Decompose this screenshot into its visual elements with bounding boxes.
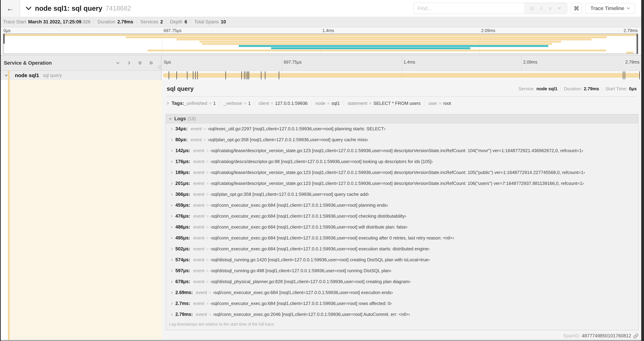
chevron-right-icon <box>170 247 173 251</box>
tag-key: statement <box>348 101 367 106</box>
detail-color-stripe <box>8 80 10 340</box>
log-timestamp: 459μs: <box>175 203 190 208</box>
detail-divider <box>166 96 637 97</box>
expand-all-double-chevron-right-icon[interactable] <box>148 60 154 66</box>
log-row[interactable]: 678μs:event=‹sql/distsql_physical_planne… <box>166 276 638 287</box>
column-resize-grip[interactable] <box>158 65 160 69</box>
find-prev-icon[interactable]: ∧ <box>540 6 543 11</box>
summary-item: Services2 <box>140 19 163 25</box>
timeline-ruler: 0μs697.75μs1.4ms2.09ms2.79ms <box>162 56 641 70</box>
log-marker-tick <box>168 71 169 79</box>
meta-label: Start Time: <box>606 86 627 92</box>
find-next-icon[interactable]: ∨ <box>548 6 552 11</box>
meta-label: Duration: <box>564 86 582 92</box>
chevron-right-icon <box>170 280 173 283</box>
log-timestamp: 201μs: <box>175 181 190 186</box>
minimap-span-bar <box>126 36 606 38</box>
find-match-case-icon[interactable]: ◎ <box>530 6 534 11</box>
log-marker-tick <box>265 71 266 79</box>
time-tick-label: 0μs <box>164 60 171 65</box>
back-button[interactable]: ← <box>1 0 20 17</box>
log-row[interactable]: 495μs:event=‹sql/conn_executor_exec.go:6… <box>166 232 638 243</box>
time-tick-label: 2.09ms <box>481 28 495 33</box>
log-row[interactable]: 201μs:event=‹sql/catalog/lease/descripto… <box>166 178 638 189</box>
tag-value: 1 <box>248 101 250 106</box>
log-timestamp: 189μs: <box>175 170 190 175</box>
log-field-key: event <box>193 268 204 273</box>
log-row[interactable]: 459μs:event=‹sql/conn_executor_exec.go:6… <box>166 200 638 211</box>
find-input[interactable] <box>414 3 524 14</box>
log-row[interactable]: 2.7ms:event=‹sql/conn_executor_exec.go:6… <box>166 298 638 309</box>
log-row[interactable]: 176μs:event=‹sql/catalog/descs/descripto… <box>166 156 638 167</box>
span-row[interactable]: node sql1 sql query <box>1 71 641 80</box>
tag-value: 1 <box>213 101 216 106</box>
log-row[interactable]: 189μs:event=‹sql/catalog/lease/descripto… <box>166 167 638 178</box>
log-row[interactable]: 2.79ms:event=‹sql/conn_executor_exec.go:… <box>166 309 638 320</box>
collapse-all-double-chevron-down-icon[interactable] <box>137 60 143 66</box>
minimap-left-scrubber-handle[interactable] <box>4 34 5 44</box>
expand-one-chevron-right-icon[interactable] <box>126 60 132 66</box>
log-marker-tick <box>639 71 640 79</box>
log-equals: = <box>204 126 206 132</box>
log-row[interactable]: 574μs:event=‹sql/distsql_running.go:1420… <box>166 254 638 265</box>
minimap-span-bar <box>626 52 633 54</box>
summary-separator <box>94 20 94 24</box>
minimap-canvas[interactable] <box>3 34 638 54</box>
log-row[interactable]: 486μs:event=‹sql/conn_executor_exec.go:6… <box>166 222 638 232</box>
log-timestamp: 495μs: <box>175 235 190 241</box>
log-equals: = <box>206 257 208 262</box>
tag-key: client <box>258 101 269 106</box>
column-divider[interactable] <box>161 55 162 80</box>
log-field-value: ‹sql/catalog/lease/descriptor_version_st… <box>210 181 584 186</box>
detail-left-column <box>10 80 162 340</box>
minimap-span-bar <box>271 47 470 49</box>
log-row[interactable]: 476μs:event=‹sql/conn_executor_exec.go:6… <box>166 211 638 222</box>
log-row[interactable]: 597μs:event=‹sql/distsql_running.go:498 … <box>166 265 638 276</box>
log-equals: = <box>208 290 211 295</box>
summary-value: 2 <box>160 19 163 25</box>
log-field-key: event <box>193 235 204 241</box>
log-row[interactable]: 142μs:event=‹sql/catalog/lease/descripto… <box>166 145 638 156</box>
screen-edge-bottom <box>1 340 641 341</box>
chevron-right-icon <box>170 182 173 185</box>
trace-id: 7418682 <box>106 5 131 12</box>
summary-value: 6 <box>184 19 187 25</box>
tags-row[interactable]: Tags: _unfinished=1_verbose=1client=127.… <box>166 101 637 106</box>
span-name-cell[interactable]: node sql1 sql query <box>1 71 162 80</box>
span-duration-bar[interactable] <box>163 73 640 78</box>
log-marker-tick <box>193 71 193 79</box>
log-marker-tick <box>197 71 198 79</box>
log-row[interactable]: 2.69ms:event=‹sql/conn_executor_exec.go:… <box>166 287 638 298</box>
title-collapse-chevron[interactable] <box>25 6 32 11</box>
log-row[interactable]: 366μs:event=‹sql/plan_opt.go:358 [nsql1,… <box>166 189 638 200</box>
tag-equals: = <box>439 101 442 106</box>
log-field-key: event <box>196 312 207 317</box>
chevron-right-icon <box>170 236 173 240</box>
log-timestamp: 502μs: <box>175 246 190 252</box>
log-row[interactable]: 502μs:event=‹sql/conn_executor_exec.go:6… <box>166 243 638 254</box>
tag-key: _verbose <box>224 101 242 106</box>
log-row[interactable]: 34μs:event=‹sql/exec_util.go:2297 [nsql1… <box>166 123 638 134</box>
collapse-one-chevron-down-icon[interactable] <box>115 60 121 66</box>
chevron-right-icon <box>170 149 173 152</box>
tag-equals: = <box>209 101 212 106</box>
log-timestamp: 2.79ms: <box>175 312 193 317</box>
time-tick-label: 2.79ms <box>625 60 640 65</box>
log-row[interactable]: 80μs:event=‹sql/plan_opt.go:358 [nsql1,c… <box>166 134 638 145</box>
keyboard-shortcuts-button[interactable]: ⌘ <box>570 3 582 14</box>
tag-key: _unfinished <box>184 101 207 106</box>
span-timeline-track[interactable] <box>162 71 641 80</box>
logs-header[interactable]: Logs (18) <box>166 114 638 123</box>
logs-section: Logs (18) 34μs:event=‹sql/exec_util.go:2… <box>166 114 638 330</box>
trace-view-selector[interactable]: Trace Timeline <box>586 3 635 14</box>
minimap-right-scrubber-handle[interactable] <box>636 34 638 54</box>
deep-link-icon[interactable] <box>633 333 638 338</box>
trace-title-wrap: node sql1: sql query 7418682 <box>25 5 414 12</box>
meta-value: 0μs <box>629 86 637 92</box>
log-field-key: event <box>191 126 202 132</box>
log-equals: = <box>206 181 208 186</box>
find-clear-icon[interactable]: ✕ <box>558 6 562 11</box>
tag-item: statement=SELECT * FROM users <box>348 101 420 106</box>
logs-body: 34μs:event=‹sql/exec_util.go:2297 [nsql1… <box>166 123 638 320</box>
tag-value: root <box>443 101 451 106</box>
